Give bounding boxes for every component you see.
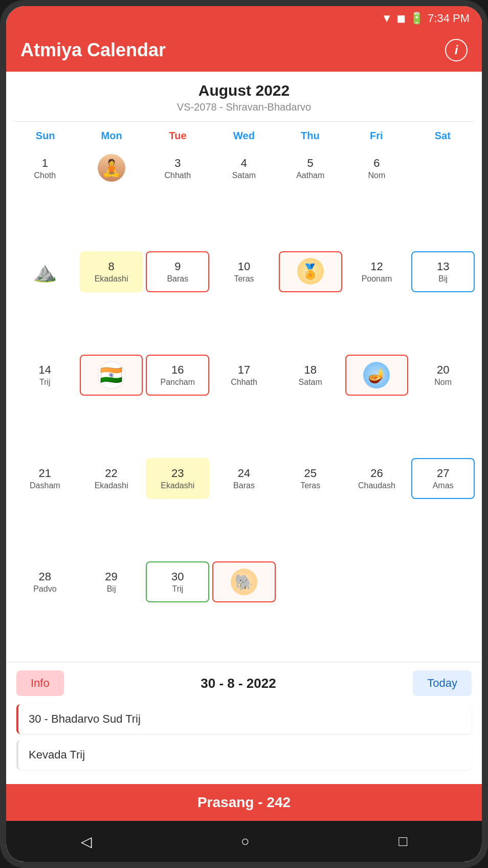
- cal-cell-aug5[interactable]: 5 Aatham: [278, 146, 343, 248]
- recents-nav-button[interactable]: □: [392, 827, 413, 856]
- cal-cell-aug3[interactable]: 3 Chhath: [145, 146, 210, 248]
- cal-cell-aug17[interactable]: 17 Chhath: [211, 353, 277, 455]
- battery-icon: 🔋: [410, 12, 424, 25]
- krishna-icon: 🪔: [363, 362, 390, 388]
- cal-cell-aug31[interactable]: 🐘: [211, 559, 277, 662]
- cal-cell-aug15[interactable]: 🇮🇳: [79, 353, 144, 455]
- month-year-title: August 2022: [14, 82, 474, 99]
- cal-cell-aug16[interactable]: 16 Pancham: [145, 353, 210, 455]
- mountains-icon: ⛰️: [33, 261, 57, 283]
- cal-cell-aug28[interactable]: 28 Padvo: [12, 559, 78, 662]
- today-button[interactable]: Today: [413, 670, 472, 696]
- info-card-1-text: 30 - Bhadarvo Sud Trij: [29, 712, 141, 725]
- cal-cell-aug20[interactable]: 20 Nom: [410, 353, 476, 455]
- cal-cell-aug30[interactable]: 30 Trij: [145, 559, 210, 662]
- nav-bar: ◁ ○ □: [6, 821, 482, 862]
- info-letter: i: [455, 43, 458, 57]
- cal-cell-aug9[interactable]: 9 Baras: [145, 249, 210, 352]
- rakhi-icon: 🏅: [297, 258, 324, 285]
- day-header-wed: Wed: [211, 126, 277, 146]
- day-header-tue: Tue: [145, 126, 211, 146]
- cal-cell-aug21[interactable]: 21 Dasham: [12, 456, 78, 558]
- sage-icon: 🧘: [98, 154, 125, 182]
- day-header-thu: Thu: [277, 126, 343, 146]
- prasang-bar[interactable]: Prasang - 242: [6, 784, 482, 821]
- status-icons: ▼ ◼ 🔋 7:34 PM: [381, 12, 470, 25]
- cal-cell-aug22[interactable]: 22 Ekadashi: [79, 456, 144, 558]
- cal-cell-aug8[interactable]: 8 Ekadashi: [79, 249, 144, 352]
- cal-cell-aug26[interactable]: 26 Chaudash: [344, 456, 410, 558]
- app-header: Atmiya Calendar i: [6, 31, 482, 72]
- cal-cell-empty-r1c7: [410, 146, 476, 248]
- cal-cell-aug10[interactable]: 10 Teras: [211, 249, 277, 352]
- cal-cell-mountains[interactable]: ⛰️: [12, 249, 78, 352]
- device-frame: ▼ ◼ 🔋 7:34 PM Atmiya Calendar i August 2…: [0, 0, 488, 868]
- back-nav-button[interactable]: ◁: [75, 827, 98, 856]
- prasang-text: Prasang - 242: [197, 794, 291, 810]
- calendar-container: August 2022 VS-2078 - Shravan-Bhadarvo S…: [6, 72, 482, 662]
- day-header-mon: Mon: [78, 126, 144, 146]
- calendar-grid: 1 Choth 🧘 3 Chhath 4: [6, 146, 482, 662]
- india-flag-icon: 🇮🇳: [98, 361, 125, 389]
- home-nav-button[interactable]: ○: [235, 827, 256, 856]
- ganesha-icon: 🐘: [231, 569, 257, 595]
- time-display: 7:34 PM: [428, 12, 470, 25]
- cal-cell-aug13[interactable]: 13 Bij: [410, 249, 476, 352]
- info-card-1: 30 - Bhadarvo Sud Trij: [16, 704, 472, 734]
- info-card-2: Kevada Trij: [16, 740, 472, 770]
- app-title: Atmiya Calendar: [20, 39, 166, 61]
- day-header-sat: Sat: [410, 126, 476, 146]
- cal-cell-aug4[interactable]: 4 Satam: [211, 146, 277, 248]
- cal-cell-aug12[interactable]: 12 Poonam: [344, 249, 410, 352]
- cal-cell-aug25[interactable]: 25 Teras: [278, 456, 343, 558]
- day-headers-row: Sun Mon Tue Wed Thu Fri Sat: [6, 126, 482, 146]
- cal-cell-empty-r5c6: [344, 559, 410, 662]
- day-header-sun: Sun: [12, 126, 78, 146]
- vs-subtitle: VS-2078 - Shravan-Bhadarvo: [14, 101, 474, 113]
- info-circle-icon[interactable]: i: [445, 39, 468, 61]
- header-divider: [14, 121, 474, 122]
- cal-cell-aug2[interactable]: 🧘: [79, 146, 144, 248]
- info-button[interactable]: Info: [16, 670, 64, 696]
- cal-cell-aug14[interactable]: 14 Trij: [12, 353, 78, 455]
- cal-cell-empty-r5c5: [278, 559, 343, 662]
- cal-cell-aug24[interactable]: 24 Baras: [211, 456, 277, 558]
- cal-cell-empty-r5c7: [410, 559, 476, 662]
- cal-cell-aug23[interactable]: 23 Ekadashi: [145, 456, 210, 558]
- cal-cell-aug27[interactable]: 27 Amas: [410, 456, 476, 558]
- cal-cell-aug1[interactable]: 1 Choth: [12, 146, 78, 248]
- cal-cell-aug11[interactable]: 🏅: [278, 249, 343, 352]
- cal-cell-aug29[interactable]: 29 Bij: [79, 559, 144, 662]
- cal-cell-aug6[interactable]: 6 Nom: [344, 146, 410, 248]
- status-bar: ▼ ◼ 🔋 7:34 PM: [6, 6, 482, 31]
- cal-cell-aug18[interactable]: 18 Satam: [278, 353, 343, 455]
- wifi-icon: ▼: [381, 12, 392, 25]
- bottom-section: Info 30 - 8 - 2022 Today 30 - Bhadarvo S…: [6, 662, 482, 784]
- calendar-header: August 2022 VS-2078 - Shravan-Bhadarvo: [6, 72, 482, 117]
- date-nav-row: Info 30 - 8 - 2022 Today: [16, 670, 472, 696]
- cal-cell-aug19[interactable]: 🪔: [344, 353, 410, 455]
- info-card-2-text: Kevada Trij: [29, 748, 85, 761]
- day-header-fri: Fri: [343, 126, 409, 146]
- signal-icon: ◼: [396, 12, 406, 25]
- selected-date-display: 30 - 8 - 2022: [201, 676, 276, 691]
